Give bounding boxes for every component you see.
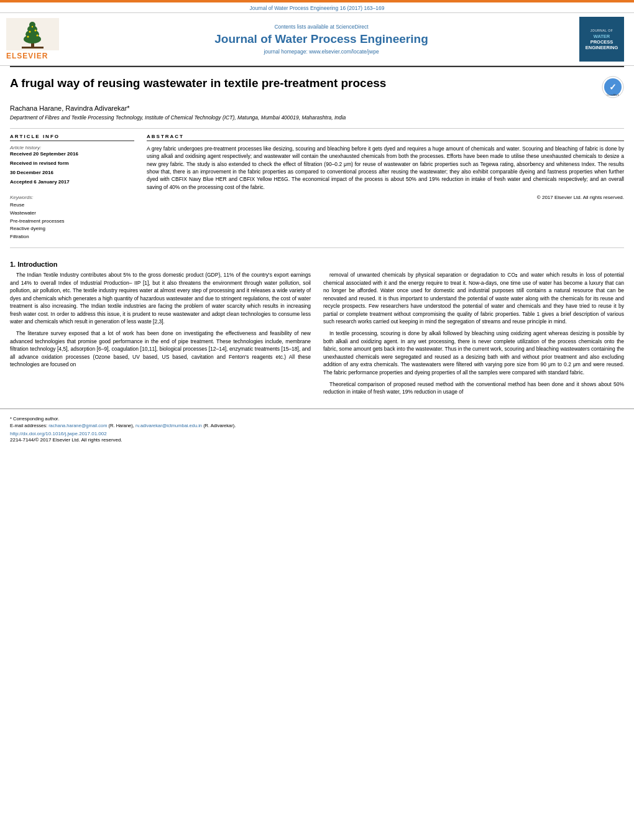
footnote-email: E-mail addresses: rachana.harane@gmail.c… <box>10 422 624 429</box>
article-info-abstract: ARTICLE INFO Article history: Received 2… <box>0 129 634 241</box>
elsevier-tree-icon <box>6 18 59 50</box>
journal-header: ELSEVIER Contents lists available at Sci… <box>0 12 634 66</box>
email2-link[interactable]: rv.adivarekar@ictmumbai.edu.in <box>136 423 202 428</box>
accepted-date: Accepted 6 January 2017 <box>10 179 134 185</box>
intro-text-col2: removal of unwanted chemicals by physica… <box>323 271 624 396</box>
keywords-label: Keywords: <box>10 195 134 200</box>
keyword-reactive: Reactive dyeing <box>10 225 134 233</box>
intro-heading: 1. Introduction <box>10 261 624 268</box>
intro-para-5: Theoretical comparison of proposed reuse… <box>323 381 624 396</box>
article-title: A frugal way of reusing wastewater in te… <box>10 76 602 91</box>
keywords-list: Reuse Wastewater Pre-treatment processes… <box>10 201 134 241</box>
intro-section: 1. Introduction <box>0 248 634 268</box>
history-label: Article history: <box>10 145 134 150</box>
crossmark-icon: ✓ CrossMark <box>602 76 624 98</box>
journal-title-area: Contents lists available at ScienceDirec… <box>75 24 568 55</box>
svg-point-7 <box>27 36 29 38</box>
keyword-pretreatment: Pre-treatment processes <box>10 218 134 226</box>
svg-text:CrossMark: CrossMark <box>607 93 618 96</box>
elsevier-logo-area: ELSEVIER <box>6 18 75 60</box>
footnote-corresponding: * Corresponding author. <box>10 415 624 422</box>
journal-citation: Journal of Water Process Engineering 16 … <box>0 2 634 12</box>
svg-point-8 <box>37 35 39 37</box>
contents-available: Contents lists available at ScienceDirec… <box>75 24 568 30</box>
revised-label: Received in revised form <box>10 160 134 166</box>
svg-point-9 <box>29 31 31 33</box>
keyword-wastewater: Wastewater <box>10 210 134 218</box>
intro-text-col1: The Indian Textile Industry contributes … <box>10 271 311 369</box>
revised-date: 30 December 2016 <box>10 170 134 175</box>
doi-link[interactable]: http://dx.doi.org/10.1016/j.jwpe.2017.01… <box>10 431 624 436</box>
badge-water: WATER <box>594 34 610 39</box>
elsevier-logo: ELSEVIER <box>6 18 75 60</box>
author-names: Rachana Harane, Ravindra Adivarekar* <box>10 104 130 112</box>
journal-badge: JOURNAL OF WATER PROCESS ENGINEERING <box>579 17 624 62</box>
affiliation-line: Department of Fibres and Textile Process… <box>0 113 634 124</box>
article-title-section: A frugal way of reusing wastewater in te… <box>0 67 634 103</box>
badge-top: JOURNAL OF <box>590 29 613 32</box>
svg-text:✓: ✓ <box>609 82 617 92</box>
intro-col-right: removal of unwanted chemicals by physica… <box>323 271 624 400</box>
intro-para-2: The literature survey exposed that a lot… <box>10 330 311 369</box>
abstract-heading: ABSTRACT <box>147 134 624 141</box>
intro-col-left: The Indian Textile Industry contributes … <box>10 271 311 400</box>
svg-rect-2 <box>22 47 44 48</box>
elsevier-text: ELSEVIER <box>6 52 48 60</box>
keyword-filtration: Filtration <box>10 233 134 241</box>
citation-text: Journal of Water Process Engineering 16 … <box>249 5 384 11</box>
received-date: Received 20 September 2016 <box>10 151 134 157</box>
intro-para-4: In textile processing, scouring is done … <box>323 330 624 376</box>
journal-homepage: journal homepage: www.elsevier.com/locat… <box>75 48 568 55</box>
copyright: © 2017 Elsevier Ltd. All rights reserved… <box>147 195 624 200</box>
intro-body: The Indian Textile Industry contributes … <box>0 271 634 400</box>
journal-title: Journal of Water Process Engineering <box>75 32 568 46</box>
intro-para-1: The Indian Textile Industry contributes … <box>10 271 311 326</box>
authors-line: Rachana Harane, Ravindra Adivarekar* <box>0 103 634 113</box>
intro-para-3: removal of unwanted chemicals by physica… <box>323 271 624 326</box>
footer-section: * Corresponding author. E-mail addresses… <box>0 408 634 446</box>
keyword-reuse: Reuse <box>10 201 134 210</box>
badge-engineering: ENGINEERING <box>586 45 618 50</box>
badge-process: PROCESS <box>590 39 613 45</box>
journal-badge-area: JOURNAL OF WATER PROCESS ENGINEERING <box>568 17 624 62</box>
article-info-col: ARTICLE INFO Article history: Received 2… <box>10 134 134 241</box>
email1-link[interactable]: rachana.harane@gmail.com <box>48 423 107 428</box>
abstract-col: ABSTRACT A grey fabric undergoes pre-tre… <box>147 134 624 241</box>
svg-point-10 <box>35 30 37 32</box>
footer-rights: 2214-7144/© 2017 Elsevier Ltd. All right… <box>10 437 624 443</box>
svg-point-11 <box>32 26 33 27</box>
article-info-heading: ARTICLE INFO <box>10 134 134 141</box>
abstract-text: A grey fabric undergoes pre-treatment pr… <box>147 145 624 191</box>
